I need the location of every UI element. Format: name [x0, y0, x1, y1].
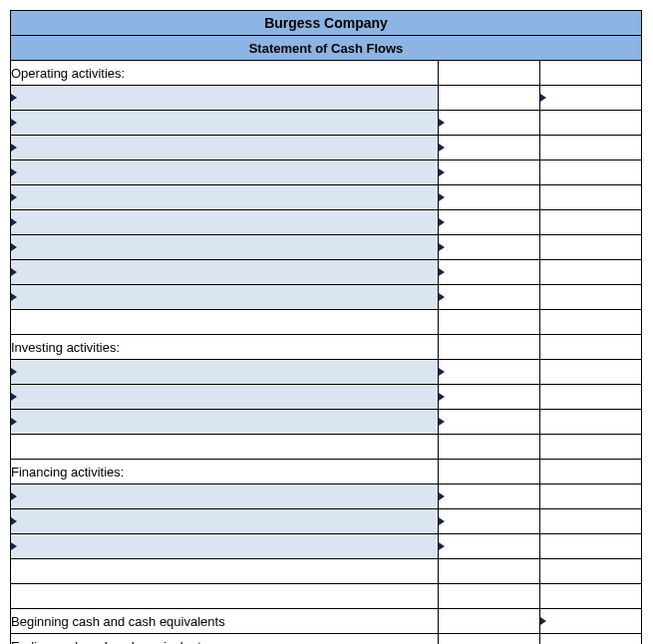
amount-input[interactable]: [548, 610, 643, 632]
ending-cash-row: Ending cash and cash equivalents: [11, 634, 642, 645]
beginning-cash-row: Beginning cash and cash equivalents: [11, 609, 642, 634]
fin-total-row: [11, 559, 642, 584]
amount-dropdown[interactable]: [439, 111, 539, 135]
op-total-row: [11, 310, 642, 335]
desc-dropdown[interactable]: [11, 136, 438, 160]
amount-cell: [539, 111, 641, 136]
amount-cell[interactable]: [438, 559, 539, 584]
amount-dropdown[interactable]: [540, 86, 641, 110]
amount-dropdown[interactable]: [439, 410, 539, 434]
ending-cash-label: Ending cash and cash equivalents: [11, 634, 439, 645]
amount-cell[interactable]: [539, 559, 641, 584]
amount-dropdown[interactable]: [439, 161, 539, 184]
amount-input[interactable]: [447, 261, 541, 283]
desc-input[interactable]: [19, 211, 440, 233]
statement-title-row: Statement of Cash Flows: [11, 36, 642, 61]
desc-dropdown[interactable]: [11, 285, 438, 309]
amount-dropdown[interactable]: [540, 609, 641, 633]
desc-dropdown[interactable]: [11, 484, 438, 508]
amount-dropdown[interactable]: [439, 285, 539, 309]
desc-input[interactable]: [19, 137, 440, 159]
amount-cell[interactable]: [539, 584, 641, 609]
desc-input[interactable]: [19, 361, 440, 383]
amount-cell[interactable]: [539, 310, 641, 335]
desc-dropdown[interactable]: [11, 235, 438, 259]
amount-input[interactable]: [447, 286, 541, 308]
amount-cell: [539, 285, 641, 310]
amount-cell[interactable]: [438, 435, 539, 460]
amount-dropdown[interactable]: [439, 185, 539, 209]
desc-input[interactable]: [19, 87, 440, 109]
fin-row: [11, 509, 642, 534]
amount-cell[interactable]: [438, 86, 539, 111]
desc-input[interactable]: [19, 112, 440, 134]
beginning-cash-label: Beginning cash and cash equivalents: [11, 609, 439, 634]
amount-input[interactable]: [447, 535, 541, 557]
amount-input[interactable]: [447, 510, 541, 532]
amount-cell: [438, 609, 539, 634]
amount-input[interactable]: [447, 361, 541, 383]
amount-input[interactable]: [447, 211, 541, 233]
amount-cell[interactable]: [539, 634, 641, 645]
desc-dropdown[interactable]: [11, 210, 438, 234]
cell: [438, 460, 539, 484]
desc-input[interactable]: [19, 186, 440, 208]
amount-dropdown[interactable]: [439, 210, 539, 234]
desc-dropdown[interactable]: [11, 86, 438, 110]
desc-input[interactable]: [19, 485, 440, 507]
amount-input[interactable]: [447, 386, 541, 408]
cell: [438, 61, 539, 86]
cell: [11, 435, 439, 460]
desc-input[interactable]: [19, 411, 440, 433]
inv-row: [11, 385, 642, 410]
amount-dropdown[interactable]: [439, 235, 539, 259]
desc-dropdown[interactable]: [11, 260, 438, 284]
op-row: [11, 235, 642, 260]
desc-dropdown[interactable]: [11, 509, 438, 533]
amount-cell: [539, 410, 641, 435]
amount-cell: [539, 185, 641, 210]
amount-dropdown[interactable]: [439, 385, 539, 409]
operating-label: Operating activities:: [11, 61, 439, 86]
desc-input[interactable]: [19, 236, 440, 258]
op-row: [11, 285, 642, 310]
op-row: [11, 210, 642, 235]
amount-input[interactable]: [447, 411, 541, 433]
amount-cell[interactable]: [438, 310, 539, 335]
desc-dropdown[interactable]: [11, 410, 438, 434]
amount-cell: [539, 534, 641, 559]
desc-input[interactable]: [19, 510, 440, 532]
amount-cell[interactable]: [539, 435, 641, 460]
amount-input[interactable]: [447, 186, 541, 208]
desc-input[interactable]: [19, 286, 440, 308]
desc-dropdown[interactable]: [11, 360, 438, 384]
amount-input[interactable]: [447, 485, 541, 507]
desc-dropdown[interactable]: [11, 111, 438, 135]
op-row: [11, 111, 642, 136]
desc-input[interactable]: [19, 161, 440, 183]
desc-dropdown[interactable]: [11, 185, 438, 209]
op-row: [11, 161, 642, 185]
cash-flow-table: Burgess Company Statement of Cash Flows …: [10, 10, 642, 644]
desc-input[interactable]: [19, 261, 440, 283]
amount-input[interactable]: [548, 87, 643, 109]
amount-input[interactable]: [447, 161, 541, 183]
desc-dropdown[interactable]: [11, 385, 438, 409]
amount-dropdown[interactable]: [439, 534, 539, 558]
amount-dropdown[interactable]: [439, 260, 539, 284]
inv-row: [11, 360, 642, 385]
desc-dropdown[interactable]: [11, 534, 438, 558]
financing-header-row: Financing activities:: [11, 460, 642, 484]
amount-dropdown[interactable]: [439, 136, 539, 160]
amount-input[interactable]: [447, 112, 541, 134]
desc-dropdown[interactable]: [11, 161, 438, 184]
amount-input[interactable]: [447, 137, 541, 159]
amount-cell: [539, 161, 641, 185]
amount-dropdown[interactable]: [439, 484, 539, 508]
cell: [539, 335, 641, 360]
desc-input[interactable]: [19, 386, 440, 408]
amount-dropdown[interactable]: [439, 360, 539, 384]
amount-input[interactable]: [447, 236, 541, 258]
amount-dropdown[interactable]: [439, 509, 539, 533]
desc-input[interactable]: [19, 535, 440, 557]
